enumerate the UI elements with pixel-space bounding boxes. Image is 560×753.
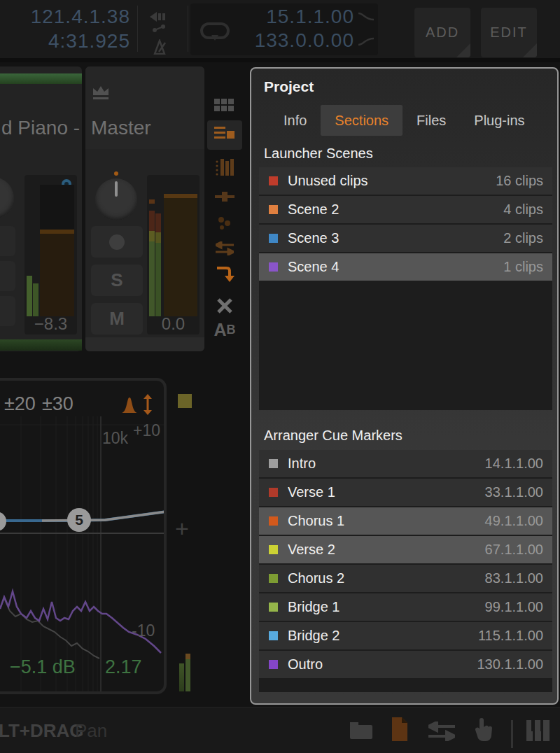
- band-gain-value[interactable]: −5.1 dB: [10, 656, 76, 678]
- marker-time: 14.1.1.00: [485, 456, 552, 472]
- master-pan-knob[interactable]: [95, 178, 137, 220]
- divider: [188, 6, 188, 52]
- ab-compare-icon[interactable]: AB: [214, 320, 235, 340]
- level-meter-right: [155, 181, 161, 316]
- close-icon[interactable]: [216, 297, 233, 314]
- solo-button[interactable]: S: [91, 265, 143, 296]
- touch-mode-icon[interactable]: [470, 717, 494, 741]
- marker-color-swatch: [269, 488, 278, 497]
- sends-view-icon[interactable]: [217, 216, 232, 232]
- mute-button[interactable]: M: [91, 303, 143, 335]
- marker-name: Chorus 1: [288, 513, 485, 529]
- marker-name: Outro: [288, 656, 477, 673]
- play-position[interactable]: 121.4.1.38: [0, 4, 130, 29]
- marker-name: Verse 2: [288, 542, 485, 558]
- add-band-button[interactable]: +: [175, 515, 189, 542]
- scene-row[interactable]: Scene 2 4 clips: [259, 196, 552, 225]
- marker-row[interactable]: Verse 2 67.1.1.00: [259, 536, 552, 565]
- pan-knob[interactable]: [0, 177, 14, 219]
- band-q-value[interactable]: 2.17: [105, 656, 142, 678]
- status-bar: LT+DRAG Pan: [0, 707, 560, 753]
- eq-band-5-node[interactable]: 5: [67, 508, 91, 532]
- clip-grid-icon[interactable]: [214, 99, 235, 113]
- scene-color-swatch: [269, 205, 278, 214]
- marker-time: 49.1.1.00: [485, 513, 552, 529]
- panel-tab[interactable]: Info: [270, 105, 321, 136]
- auto-follow-icon[interactable]: [215, 265, 234, 285]
- panel-tabs: Info Sections Files Plug-ins: [270, 105, 539, 136]
- record-arm-button[interactable]: [91, 226, 143, 258]
- action-hint: Pan: [75, 720, 107, 742]
- level-meter-left: [149, 181, 155, 316]
- eq-range-30[interactable]: ±30: [42, 393, 74, 415]
- marker-row[interactable]: Verse 1 33.1.1.00: [259, 479, 552, 507]
- marker-color-swatch: [269, 516, 278, 526]
- io-panel-icon[interactable]: [428, 722, 455, 741]
- marker-time: 130.1.1.00: [477, 656, 552, 673]
- record-arm-button[interactable]: [0, 226, 15, 256]
- marker-row[interactable]: Outro 130.1.1.00: [259, 651, 552, 680]
- panel-tab[interactable]: Sections: [321, 105, 402, 136]
- gain-axis-bottom-label: -10: [132, 621, 155, 640]
- loop-length-value[interactable]: 133.0.0.00: [255, 29, 354, 52]
- record-icon: [109, 234, 125, 250]
- piano-keys-icon[interactable]: [526, 720, 550, 741]
- project-panel-icon[interactable]: [391, 717, 409, 741]
- divider: [137, 6, 138, 52]
- add-button[interactable]: ADD: [414, 8, 470, 57]
- scene-name: Scene 4: [288, 259, 503, 275]
- volume-value[interactable]: −8.3: [24, 314, 77, 334]
- transport-display[interactable]: 121.4.1.38 4:31.925: [0, 4, 130, 53]
- eq-graph[interactable]: [0, 416, 167, 694]
- solo-button[interactable]: [0, 261, 15, 291]
- panel-tab[interactable]: Files: [402, 105, 460, 136]
- marker-row[interactable]: Bridge 1 99.1.1.00: [259, 593, 552, 622]
- panel-tab[interactable]: Plug-ins: [460, 105, 538, 136]
- device-color-swatch: [178, 394, 192, 408]
- panel-title: Project: [264, 78, 314, 95]
- edit-button[interactable]: EDIT: [481, 8, 537, 57]
- browser-panel-icon[interactable]: [350, 722, 374, 740]
- crown-icon: [91, 85, 111, 101]
- marker-time: 67.1.1.00: [485, 542, 552, 558]
- scene-row[interactable]: Scene 3 2 clips: [259, 225, 552, 253]
- marker-color-swatch: [269, 631, 278, 640]
- volume-fader[interactable]: [40, 185, 74, 316]
- punch-in-icon[interactable]: [148, 11, 172, 32]
- play-time[interactable]: 4:31.925: [0, 29, 130, 53]
- marker-row[interactable]: Chorus 1 49.1.1.00: [259, 507, 552, 536]
- mute-button[interactable]: [0, 296, 15, 326]
- fade-in-icon: [357, 34, 375, 48]
- loop-icon[interactable]: [199, 20, 231, 41]
- metronome-icon[interactable]: [153, 39, 171, 55]
- volume-value[interactable]: 0.0: [147, 314, 200, 334]
- channel-name: d Piano - ...: [1, 117, 82, 139]
- scene-clip-count: 4 clips: [503, 202, 552, 218]
- app-window: 121.4.1.38 4:31.925: [0, 0, 560, 753]
- mixer-channel-piano[interactable]: d Piano - ... −8.3: [0, 66, 82, 351]
- scene-row[interactable]: Unused clips 16 clips: [259, 167, 552, 196]
- marker-row[interactable]: Chorus 2 83.1.1.00: [259, 565, 552, 593]
- mixer-channel-master[interactable]: Master S M 0.0: [85, 66, 204, 351]
- io-routing-icon[interactable]: [216, 241, 234, 255]
- channel-name: Master: [91, 117, 204, 139]
- scene-color-swatch: [269, 234, 278, 243]
- gain-axis-top-label: +10: [133, 421, 160, 440]
- bell-curve-icon[interactable]: [120, 395, 139, 414]
- freq-axis-label: 10k: [102, 429, 128, 448]
- eq-range-20[interactable]: ±20: [4, 393, 36, 415]
- device-view-icon[interactable]: [215, 191, 234, 202]
- scene-row[interactable]: Scene 4 1 clips: [259, 253, 552, 282]
- scene-name: Scene 2: [288, 202, 503, 218]
- volume-fader[interactable]: [164, 185, 197, 316]
- track-list-view-icon[interactable]: [214, 127, 235, 139]
- loop-start-value[interactable]: 15.1.1.00: [255, 5, 354, 29]
- gain-arrows-icon[interactable]: [141, 393, 154, 416]
- loop-section: 15.1.1.00 133.0.0.00: [190, 3, 378, 55]
- scenes-heading: Launcher Scenes: [264, 146, 373, 162]
- fader-section: −8.3: [24, 175, 77, 335]
- marker-row[interactable]: Intro 14.1.1.00: [259, 450, 552, 479]
- loop-range-display[interactable]: 15.1.1.00 133.0.0.00: [255, 5, 354, 52]
- marker-row[interactable]: Bridge 2 115.1.1.00: [259, 622, 552, 651]
- mixer-view-icon[interactable]: [216, 159, 234, 176]
